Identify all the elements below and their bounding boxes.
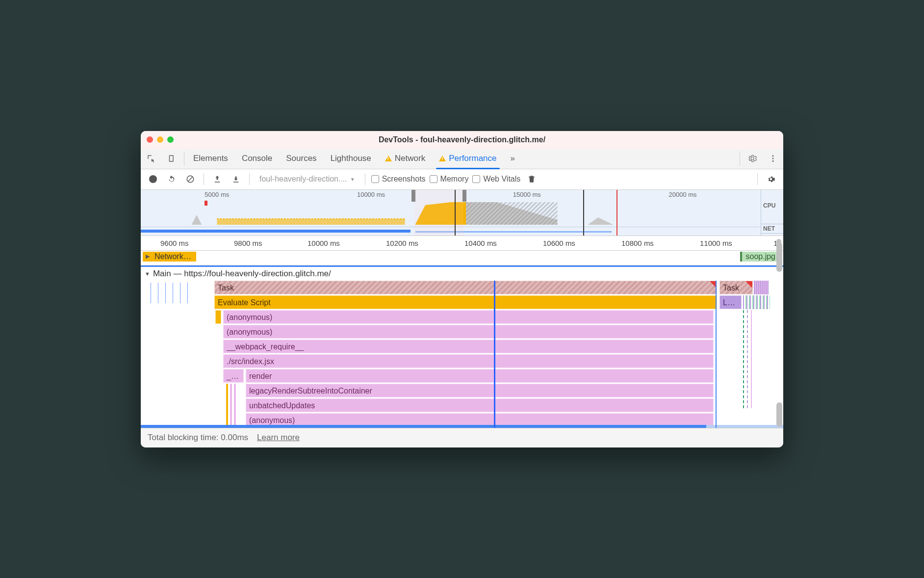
main-thread-track: ▼ Main — https://foul-heavenly-direction… <box>141 265 783 428</box>
svg-rect-8 <box>466 202 557 225</box>
tab-lighthouse[interactable]: Lighthouse <box>324 149 378 169</box>
total-blocking-time-label: Total blocking time: 0.00ms <box>148 433 248 443</box>
vertical-scrollbar[interactable] <box>776 242 782 272</box>
task-bar[interactable]: Task <box>214 281 717 294</box>
svg-line-4 <box>188 177 193 182</box>
layout-bar[interactable]: L… <box>719 295 742 309</box>
tab-console[interactable]: Console <box>235 149 279 169</box>
reload-record-button[interactable] <box>164 172 179 186</box>
network-request-soop[interactable]: soop.jpg <box>740 252 780 262</box>
clear-button[interactable] <box>183 172 198 186</box>
overview-lane-labels: CPU NET <box>761 190 783 236</box>
task-bar[interactable]: Task <box>719 281 753 294</box>
thin-stack <box>224 384 244 428</box>
tiny-column <box>743 310 770 408</box>
tab-performance[interactable]: Performance <box>432 149 503 169</box>
traffic-lights <box>147 136 174 143</box>
tab-sources[interactable]: Sources <box>279 149 323 169</box>
devtools-window: DevTools - foul-heavenly-direction.glitc… <box>141 131 783 447</box>
zoom-window-button[interactable] <box>167 136 174 143</box>
memory-checkbox[interactable]: Memory <box>430 175 469 184</box>
learn-more-link[interactable]: Learn more <box>257 433 300 443</box>
legacy-render-bar[interactable]: legacyRenderSubtreeIntoContainer <box>246 384 714 397</box>
marker-line <box>716 281 717 428</box>
titlebar: DevTools - foul-heavenly-direction.glitc… <box>141 131 783 149</box>
record-button[interactable] <box>146 172 160 186</box>
close-window-button[interactable] <box>147 136 153 143</box>
unbatched-updates-bar[interactable]: unbatchedUpdates <box>246 398 714 412</box>
tiny-bars[interactable] <box>743 295 770 309</box>
collect-garbage-button[interactable] <box>524 172 539 186</box>
evaluate-script-bar[interactable]: Evaluate Script <box>214 295 717 309</box>
selection-range[interactable] <box>414 190 463 236</box>
truncated-bar[interactable]: _… <box>223 369 244 383</box>
svg-point-0 <box>772 155 774 157</box>
main-header[interactable]: ▼ Main — https://foul-heavenly-direction… <box>141 267 783 281</box>
bottom-scroll-track[interactable] <box>141 425 783 428</box>
upload-profile-button[interactable] <box>210 172 225 186</box>
flamegraph[interactable]: Task Task Evaluate Script L… (anonymous)… <box>141 281 783 428</box>
status-bar: Total blocking time: 0.00ms Learn more <box>141 428 783 447</box>
screenshots-checkbox[interactable]: Screenshots <box>371 175 426 184</box>
minimize-window-button[interactable] <box>157 136 163 143</box>
marker-line <box>583 190 584 236</box>
current-time-marker[interactable] <box>494 281 495 428</box>
svg-marker-5 <box>192 215 202 225</box>
index-jsx-bar[interactable]: ./src/index.jsx <box>223 354 714 368</box>
tab-elements[interactable]: Elements <box>186 149 235 169</box>
settings-gear-icon[interactable] <box>742 149 763 169</box>
separator <box>184 152 184 166</box>
device-toggle-icon[interactable] <box>161 149 182 169</box>
performance-toolbar: foul-heavenly-direction.... ▼ Screenshot… <box>141 169 783 190</box>
timeline-overview[interactable]: 5000 ms 10000 ms 15000 ms 20000 ms <box>141 190 783 236</box>
tab-overflow[interactable]: » <box>504 149 522 169</box>
collapse-icon: ▼ <box>145 271 150 277</box>
anonymous-bar[interactable]: (anonymous) <box>223 325 714 339</box>
selection-handle-left[interactable] <box>411 190 415 202</box>
panel-tabbar: Elements Console Sources Lighthouse Netw… <box>141 149 783 169</box>
tiny-amber[interactable] <box>215 310 221 324</box>
marker-line <box>616 190 617 236</box>
svg-point-1 <box>772 158 774 159</box>
inspect-element-icon[interactable] <box>141 149 161 169</box>
network-label[interactable]: Network… <box>143 252 196 262</box>
window-title: DevTools - foul-heavenly-direction.glitc… <box>141 135 783 144</box>
kebab-menu-icon[interactable] <box>763 149 783 169</box>
vertical-scrollbar[interactable] <box>776 402 782 427</box>
webvitals-checkbox[interactable]: Web Vitals <box>472 175 520 184</box>
time-ruler[interactable]: 9600 ms 9800 ms 10000 ms 10200 ms 10400 … <box>141 236 783 251</box>
svg-marker-9 <box>588 217 614 225</box>
warning-icon <box>439 156 446 161</box>
anonymous-bar[interactable]: (anonymous) <box>223 310 714 324</box>
warning-icon <box>385 156 392 161</box>
render-bar[interactable]: render <box>246 369 714 383</box>
svg-point-2 <box>772 160 774 162</box>
separator <box>740 152 740 166</box>
marker-line <box>455 190 456 236</box>
target-dropdown[interactable]: foul-heavenly-direction.... ▼ <box>256 175 359 184</box>
capture-settings-gear-icon[interactable] <box>764 172 778 186</box>
webpack-require-bar[interactable]: __webpack_require__ <box>223 340 714 353</box>
selection-handle-right[interactable] <box>462 190 466 202</box>
download-profile-button[interactable] <box>229 172 243 186</box>
tab-network[interactable]: Network <box>378 149 432 169</box>
network-track[interactable]: Network… soop.jpg <box>141 251 783 265</box>
tiny-tasks[interactable] <box>754 281 769 294</box>
